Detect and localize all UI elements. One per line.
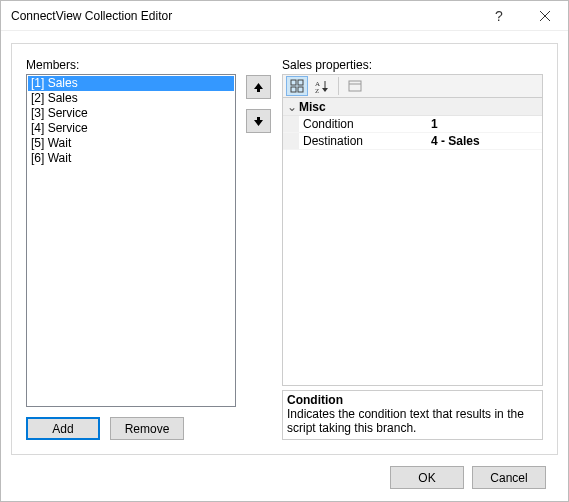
list-item[interactable]: [3] Service [28,106,234,121]
add-button[interactable]: Add [26,417,100,440]
list-item[interactable]: [6] Wait [28,151,234,166]
toolbar-separator [338,77,339,95]
svg-marker-2 [254,83,263,92]
svg-rect-12 [349,81,361,91]
list-item[interactable]: [2] Sales [28,91,234,106]
members-listbox[interactable]: [1] Sales[2] Sales[3] Service[4] Service… [26,74,236,407]
svg-marker-11 [322,88,328,92]
help-button[interactable]: ? [476,1,522,31]
description-name: Condition [287,393,538,407]
remove-button[interactable]: Remove [110,417,184,440]
dialog-content: Members: [1] Sales[2] Sales[3] Service[4… [1,31,568,501]
help-icon: ? [495,8,503,24]
property-value[interactable]: 1 [427,116,542,132]
list-item[interactable]: [4] Service [28,121,234,136]
arrow-up-icon [253,82,264,93]
list-item[interactable]: [5] Wait [28,136,234,151]
category-label: Misc [299,100,326,114]
description-text: Indicates the condition text that result… [287,407,538,435]
chevron-down-icon[interactable]: ⌄ [285,100,299,114]
move-down-button[interactable] [246,109,271,133]
move-up-button[interactable] [246,75,271,99]
arrow-down-icon [253,116,264,127]
members-label: Members: [26,58,236,72]
inner-frame: Members: [1] Sales[2] Sales[3] Service[4… [11,43,558,455]
close-button[interactable] [522,1,568,31]
dialog-window: ConnectView Collection Editor ? Members:… [0,0,569,502]
categorized-view-button[interactable] [286,76,308,96]
property-pages-button[interactable] [344,76,366,96]
svg-rect-6 [291,87,296,92]
svg-text:Z: Z [315,87,319,93]
cancel-button[interactable]: Cancel [472,466,546,489]
property-grid[interactable]: ⌄ Misc Condition1Destination4 - Sales [282,98,543,386]
category-row[interactable]: ⌄ Misc [283,98,542,116]
alphabetical-view-button[interactable]: A Z [311,76,333,96]
svg-rect-5 [298,80,303,85]
property-name: Condition [299,116,427,132]
titlebar: ConnectView Collection Editor ? [1,1,568,31]
svg-marker-3 [254,117,263,126]
property-row[interactable]: Destination4 - Sales [283,133,542,150]
property-row[interactable]: Condition1 [283,116,542,133]
property-value[interactable]: 4 - Sales [427,133,542,149]
ok-button[interactable]: OK [390,466,464,489]
description-pane: Condition Indicates the condition text t… [282,390,543,440]
svg-rect-7 [298,87,303,92]
property-gutter [283,116,299,132]
alphabetical-icon: A Z [315,79,329,93]
list-item[interactable]: [1] Sales [28,76,234,91]
property-grid-toolbar: A Z [282,74,543,98]
property-gutter [283,133,299,149]
categorized-icon [290,79,304,93]
property-name: Destination [299,133,427,149]
property-pages-icon [348,79,362,93]
window-title: ConnectView Collection Editor [11,9,476,23]
close-icon [540,11,550,21]
svg-rect-4 [291,80,296,85]
properties-label: Sales properties: [282,58,543,72]
